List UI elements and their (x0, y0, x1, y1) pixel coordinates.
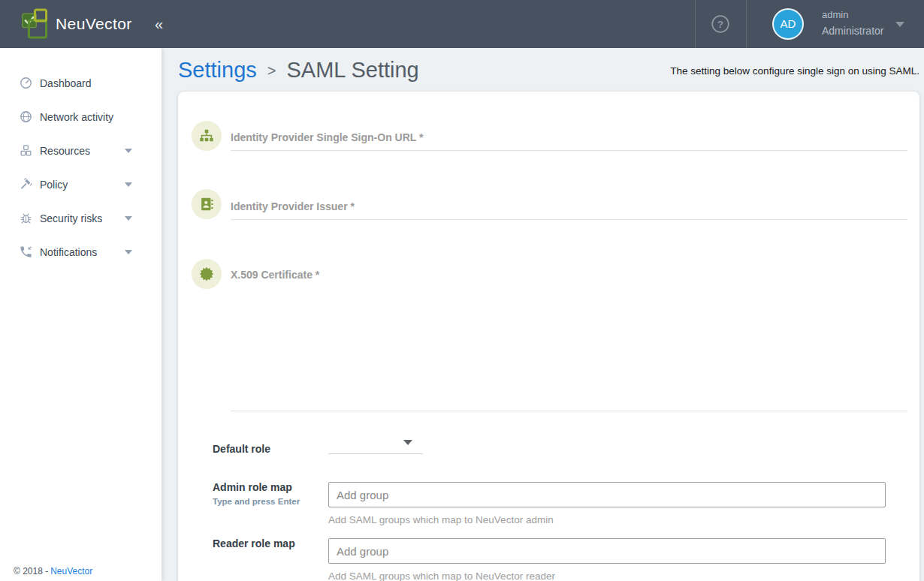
default-role-select[interactable] (328, 431, 423, 454)
breadcrumb-settings-link[interactable]: Settings (178, 58, 257, 83)
main-content: Settings > SAML Setting The setting belo… (162, 48, 924, 581)
saml-settings-card: Default role Admin role map Type and pre… (178, 92, 919, 581)
page-note: The setting below configure single sign … (670, 65, 919, 77)
brand-title: NeuVector (56, 0, 132, 48)
sidebar-nav: Dashboard Network activity Resources Pol… (0, 66, 162, 269)
phone-call-icon (19, 245, 33, 259)
sidebar-item-policy[interactable]: Policy (0, 167, 162, 201)
sidebar-collapse-button[interactable]: « (150, 0, 168, 48)
cubes-icon (19, 143, 33, 158)
sidebar-item-label: Resources (40, 145, 90, 157)
sidebar-item-security-risks[interactable]: Security risks (0, 201, 162, 235)
chevron-down-icon (403, 440, 412, 445)
reader-role-map-helper: Add SAML groups which map to NeuVector r… (328, 570, 555, 581)
reader-role-map-label: Reader role map (213, 537, 295, 549)
sitemap-icon (192, 121, 222, 151)
admin-role-map-label: Admin role map (213, 481, 292, 493)
admin-role-map-input[interactable] (328, 482, 886, 507)
address-book-icon (192, 189, 222, 219)
neuvector-logo-icon[interactable] (21, 8, 54, 41)
chevron-down-icon (125, 182, 132, 187)
sidebar-item-notifications[interactable]: Notifications (0, 235, 162, 269)
neuvector-footer-link[interactable]: NeuVector (50, 566, 92, 576)
chevron-down-icon (125, 250, 132, 254)
chevron-down-icon (125, 216, 132, 221)
idp-issuer-input[interactable] (231, 194, 907, 220)
avatar: AD (772, 8, 804, 40)
user-name: admin (822, 9, 848, 20)
globe-icon (19, 110, 33, 124)
idp-sso-url-input[interactable] (231, 125, 907, 151)
sidebar-footer: © 2018 -NeuVector (14, 566, 92, 576)
page-title: SAML Setting (286, 58, 418, 83)
admin-role-map-hint: Type and press Enter (213, 497, 300, 506)
help-icon: ? (711, 14, 730, 34)
certificate-seal-icon (192, 259, 222, 289)
breadcrumb: Settings > SAML Setting (178, 53, 419, 87)
sidebar-item-resources[interactable]: Resources (0, 134, 162, 167)
bug-icon (19, 211, 33, 225)
reader-role-map-input[interactable] (328, 538, 886, 564)
chevron-down-icon (125, 149, 132, 153)
breadcrumb-separator: > (267, 62, 276, 80)
sidebar-item-label: Notifications (40, 246, 97, 258)
svg-text:?: ? (717, 19, 723, 30)
sidebar-item-label: Dashboard (40, 77, 92, 89)
sidebar-item-label: Security risks (40, 212, 102, 224)
copyright-text: © 2018 - (14, 566, 48, 576)
sidebar-item-label: Network activity (40, 111, 113, 123)
sidebar-item-label: Policy (40, 179, 68, 191)
user-menu[interactable]: AD admin Administrator (762, 0, 912, 48)
sidebar-item-dashboard[interactable]: Dashboard (0, 66, 162, 100)
top-header: NeuVector « ? AD admin Administrator (0, 0, 924, 48)
dashboard-icon (19, 76, 33, 90)
header-divider (695, 0, 696, 48)
x509-certificate-textarea[interactable] (231, 264, 907, 411)
sidebar: Dashboard Network activity Resources Pol… (0, 48, 162, 581)
admin-role-map-helper: Add SAML groups which map to NeuVector a… (328, 514, 554, 525)
chevron-down-icon (895, 22, 904, 27)
header-divider (746, 0, 747, 48)
sidebar-item-network-activity[interactable]: Network activity (0, 100, 162, 134)
user-role: Administrator (822, 25, 883, 37)
help-button[interactable]: ? (709, 13, 732, 35)
gavel-icon (19, 177, 33, 191)
default-role-label: Default role (213, 443, 270, 455)
